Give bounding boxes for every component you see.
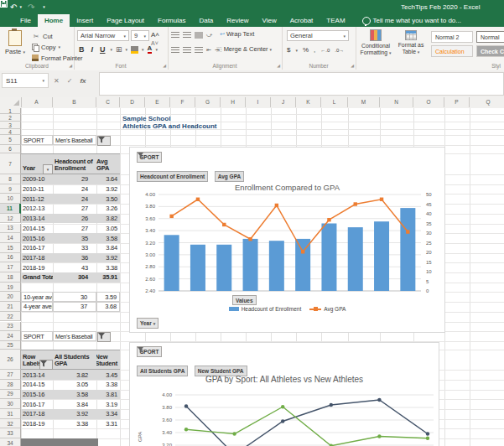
pivot2-row1-label[interactable]: 2014-15 <box>21 380 53 390</box>
row-header-7[interactable]: 7 <box>0 153 21 174</box>
alignment-dialog-launcher[interactable]: ◢ <box>277 63 280 68</box>
chart1-values-button[interactable]: Values <box>232 295 257 305</box>
pivot1-row5-label[interactable]: 2014-15 <box>21 224 53 234</box>
column-header-H[interactable]: H <box>221 97 246 107</box>
row-header-25[interactable]: 25 <box>0 341 21 350</box>
pivot1-average1-value2[interactable]: 3.68 <box>96 302 120 312</box>
tell-me-box[interactable]: Tell me what you want to do... <box>362 14 461 27</box>
pivot1-grand-total-value2[interactable]: 35.91 <box>96 272 120 283</box>
pivot2-row4-value2[interactable]: 3.34 <box>96 409 120 419</box>
pivot1-row8-value2[interactable]: 3.92 <box>96 253 120 263</box>
insert-function-icon[interactable]: fx <box>80 77 86 85</box>
align-left-icon[interactable] <box>171 47 179 54</box>
pivot1-row5-value1[interactable]: 27 <box>53 224 96 234</box>
row-header-11[interactable]: 11 <box>0 204 21 214</box>
pivot1-row6-value2[interactable]: 3.58 <box>96 233 120 243</box>
pivot1-row8-value1[interactable]: 36 <box>53 253 96 263</box>
pivot1-row5-value2[interactable]: 3.05 <box>96 224 120 234</box>
row-header-1[interactable]: 1 <box>0 108 21 114</box>
pivot1-row9-label[interactable]: 2018-19 <box>21 262 53 272</box>
row-header-5[interactable]: 5 <box>0 135 21 145</box>
pivot2-row0-value1[interactable]: 3.82 <box>53 370 96 380</box>
pivot1-row1-value1[interactable]: 24 <box>53 184 96 194</box>
column-header-N[interactable]: N <box>380 97 413 107</box>
chart-gpa-by-sport[interactable]: SPORT All Students GPA New Student GPA G… <box>129 342 439 446</box>
pivot1-row9-value2[interactable]: 3.38 <box>96 262 120 272</box>
row-header-15[interactable]: 15 <box>0 243 21 253</box>
column-header-D[interactable]: D <box>120 97 145 107</box>
pivot1-row4-value1[interactable]: 26 <box>53 214 96 224</box>
pivot1-grand-total-value1[interactable]: 304 <box>53 272 96 283</box>
pivot1-average0-value1[interactable]: 30 <box>53 292 96 302</box>
tab-page-layout[interactable]: Page Layout <box>100 14 151 27</box>
column-header-C[interactable]: C <box>96 97 120 107</box>
align-middle-icon[interactable] <box>183 32 191 39</box>
pivot2-row2-label[interactable]: 2015-16 <box>21 390 53 400</box>
tab-acrobat[interactable]: Acrobat <box>283 14 320 27</box>
row-header-12[interactable]: 12 <box>0 214 21 224</box>
row-header-27[interactable]: 27 <box>0 370 21 380</box>
align-top-icon[interactable] <box>171 32 179 39</box>
pivot1-row2-value2[interactable]: 3.50 <box>96 194 120 204</box>
row-header-24[interactable]: 24 <box>0 331 21 341</box>
pivot1-average0-label[interactable]: 10-year average <box>21 292 53 302</box>
font-family-select[interactable]: Arial Narrow▾ <box>77 30 129 41</box>
pivot2-header-2[interactable]: New Student <box>96 350 120 370</box>
pivot2-filter-label[interactable]: SPORT <box>21 331 53 341</box>
grow-font-button[interactable]: A˄ <box>151 31 159 39</box>
row-header-20[interactable]: 20 <box>0 292 21 302</box>
pivot2-row0-label[interactable]: 2013-14 <box>21 370 53 380</box>
pivot2-row5-value2[interactable]: 3.31 <box>96 419 120 429</box>
pivot2-filter-value[interactable]: Men's Baseball <box>53 331 96 341</box>
tab-review[interactable]: Review <box>220 14 255 27</box>
pivot2-row3-value1[interactable]: 3.84 <box>53 399 96 409</box>
row-header-33[interactable]: 33 <box>0 428 21 438</box>
accounting-format-button[interactable]: $ <box>287 46 290 54</box>
style-normal[interactable]: Normal <box>476 31 504 43</box>
copy-button[interactable]: Copy ▾ <box>32 42 60 52</box>
pivot1-average1-label[interactable]: 4-year average <box>21 302 53 312</box>
row-header-10[interactable]: 10 <box>0 194 21 204</box>
increase-decimal-button[interactable]: ←.0 <box>320 48 330 53</box>
row-header-29[interactable]: 29 <box>0 390 21 400</box>
pivot2-row5-value1[interactable]: 3.38 <box>53 419 96 429</box>
cancel-icon[interactable]: ✕ <box>54 77 60 85</box>
wrap-text-button[interactable]: ↩Wrap Text <box>220 30 254 38</box>
row-header-4[interactable]: 4 <box>0 129 21 135</box>
column-header-J[interactable]: J <box>271 97 296 107</box>
format-as-table-button[interactable]: Format as Table ▾ <box>396 30 426 55</box>
pivot1-header-dropdown-button[interactable]: ▾ <box>43 164 53 174</box>
pivot1-row2-label[interactable]: 2011-12 <box>21 194 53 204</box>
column-header-L[interactable]: L <box>321 97 348 107</box>
pivot1-row0-value2[interactable]: 3.64 <box>96 174 120 184</box>
pivot2-row2-value1[interactable]: 3.58 <box>53 390 96 400</box>
column-header-K[interactable]: K <box>296 97 321 107</box>
row-header-26[interactable]: 26 <box>0 350 21 370</box>
borders-button[interactable]: ⊞ <box>116 45 122 54</box>
style-normal2[interactable]: Normal 2 <box>431 31 473 43</box>
orientation-button[interactable]: ⤻ <box>206 32 212 39</box>
tab-formulas[interactable]: Formulas <box>151 14 192 27</box>
pivot2-row2-value2[interactable]: 3.81 <box>96 390 120 400</box>
pivot1-row0-value1[interactable]: 29 <box>53 174 96 184</box>
pivot1-row7-value2[interactable]: 3.84 <box>96 243 120 253</box>
pivot1-row6-label[interactable]: 2015-16 <box>21 233 53 243</box>
underline-button[interactable]: U <box>98 45 107 54</box>
row-header-18[interactable]: 18 <box>0 272 21 283</box>
row-header-17[interactable]: 17 <box>0 262 21 272</box>
column-header-Q[interactable]: Q <box>470 97 504 107</box>
pivot1-header-2[interactable]: Avg GPA <box>96 153 120 174</box>
row-header-23[interactable]: 23 <box>0 322 21 332</box>
select-all-corner[interactable] <box>0 97 22 107</box>
row-header-34[interactable]: 34 <box>0 438 21 446</box>
pivot1-average0-value2[interactable]: 3.59 <box>96 292 120 302</box>
clipboard-dialog-launcher[interactable]: ◢ <box>69 63 72 68</box>
qat-customize-button[interactable]: ▾ <box>43 5 45 9</box>
pivot1-row3-value1[interactable]: 27 <box>53 204 96 214</box>
fill-color-button[interactable] <box>131 46 138 54</box>
pivot1-row9-value1[interactable]: 43 <box>53 262 96 272</box>
row-header-9[interactable]: 9 <box>0 184 21 194</box>
tab-team[interactable]: TEAM <box>320 14 351 27</box>
font-dialog-launcher[interactable]: ◢ <box>163 63 166 68</box>
paste-button[interactable]: Paste ▾ <box>3 29 28 65</box>
